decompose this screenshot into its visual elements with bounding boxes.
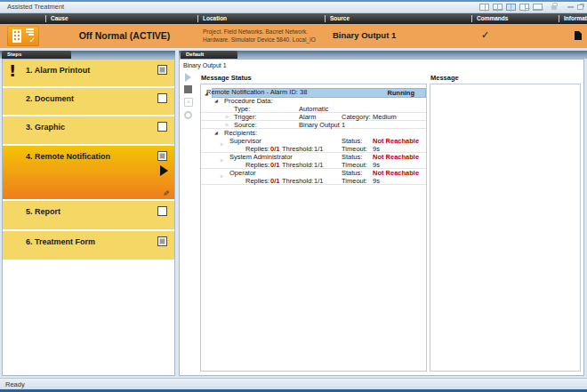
step-checkbox[interactable] bbox=[157, 236, 167, 246]
procedure-label: Procedure Data: bbox=[224, 97, 273, 105]
notification-toolbar: × bbox=[182, 72, 197, 124]
step-item-report[interactable]: 5. Report bbox=[3, 201, 174, 231]
collapse-icon[interactable]: ▹ bbox=[226, 113, 229, 121]
recipient-detail-row: Replies: 0/1 Threshold: 1/1 Timeout: 9s bbox=[201, 161, 426, 169]
recipient-row[interactable]: ▹ System Administrator Status: Not Reach… bbox=[201, 153, 426, 161]
replies-value: 0/1 bbox=[270, 161, 279, 169]
type-label: Type: bbox=[234, 105, 250, 113]
recipient-name: Supervisor bbox=[229, 137, 261, 145]
trigger-row[interactable]: ▹ Trigger: Alarm Category: Medium bbox=[201, 113, 426, 121]
step-label: 1. Alarm Printout bbox=[26, 66, 90, 75]
recipient-name: System Administrator bbox=[229, 153, 293, 161]
recipient-name: Operator bbox=[229, 169, 256, 177]
tree-root-row[interactable]: ◢ Remote Notification - Alarm ID: 38 Run… bbox=[201, 88, 426, 97]
status-bar: Ready bbox=[0, 378, 587, 389]
step-item-remote-notification-selected[interactable]: 4. Remote Notification ✎ bbox=[3, 146, 174, 201]
procedure-data-row[interactable]: ◢ Procedure Data: bbox=[201, 97, 426, 105]
category-label: Category: bbox=[342, 113, 371, 121]
step-checkbox[interactable] bbox=[157, 151, 167, 161]
title-bar: Assisted Treatment bbox=[0, 2, 587, 13]
step-item-graphic[interactable]: 3. Graphic bbox=[3, 116, 174, 146]
alarm-cause: Off Normal (ACTIVE) bbox=[53, 30, 196, 41]
start-button[interactable] bbox=[182, 73, 194, 84]
delete-button[interactable]: × bbox=[182, 98, 194, 108]
message-status-box: ◢ Remote Notification - Alarm ID: 38 Run… bbox=[200, 84, 427, 372]
layout-4-icon[interactable] bbox=[519, 4, 529, 11]
root-label: Remote Notification - Alarm ID: 38 bbox=[206, 88, 307, 96]
source-label: Source: bbox=[234, 121, 257, 129]
recipient-detail-row: Replies: 0/1 Threshold: 1/1 Timeout: 9s bbox=[201, 177, 426, 185]
timeout-label: Timeout: bbox=[342, 145, 367, 153]
status-value: Not Reachable bbox=[373, 153, 419, 161]
column-commands: Commands bbox=[477, 15, 508, 21]
expand-icon[interactable]: ◢ bbox=[214, 129, 218, 137]
recipient-detail-row: Replies: 0/1 Threshold: 1/1 Timeout: 9s bbox=[201, 145, 426, 153]
replies-value: 0/1 bbox=[270, 145, 279, 153]
restore-button[interactable] bbox=[577, 4, 583, 10]
step-label: 6. Treatment Form bbox=[26, 237, 95, 246]
layout-1-icon[interactable] bbox=[479, 4, 489, 11]
play-icon[interactable] bbox=[160, 165, 168, 176]
threshold-label: Threshold: bbox=[282, 161, 313, 169]
lock-icon[interactable] bbox=[551, 5, 557, 10]
window-title: Assisted Treatment bbox=[7, 3, 64, 11]
timeout-label: Timeout: bbox=[342, 177, 367, 185]
collapse-icon[interactable]: ▹ bbox=[226, 121, 229, 129]
expand-icon[interactable]: ◢ bbox=[214, 97, 218, 105]
step-checkbox[interactable] bbox=[157, 65, 167, 75]
information-document-icon[interactable] bbox=[575, 31, 582, 40]
timeout-label: Timeout: bbox=[342, 161, 367, 169]
step-item-treatment-form[interactable]: 6. Treatment Form bbox=[3, 231, 174, 261]
step-label: 3. Graphic bbox=[26, 123, 65, 132]
recipient-row[interactable]: ▹ Operator Status: Not Reachable bbox=[201, 169, 426, 177]
tab-strip-gap bbox=[175, 51, 179, 59]
status-label: Status: bbox=[342, 169, 362, 177]
recipients-row[interactable]: ◢ Recipients: bbox=[201, 129, 426, 137]
trigger-value: Alarm bbox=[299, 113, 317, 121]
category-value: Medium bbox=[373, 113, 397, 121]
step-label: 5. Report bbox=[26, 207, 60, 216]
timeout-value: 9s bbox=[373, 177, 380, 185]
step-item-document[interactable]: 2. Document bbox=[3, 88, 174, 116]
message-title: Message bbox=[430, 74, 459, 82]
source-value: Binary Output 1 bbox=[299, 121, 345, 129]
step-label: 4. Remote Notification bbox=[26, 152, 110, 161]
recipient-row[interactable]: ▹ Supervisor Status: Not Reachable bbox=[201, 137, 426, 145]
minimize-button[interactable] bbox=[567, 6, 574, 8]
message-box[interactable] bbox=[430, 84, 581, 372]
replies-label: Replies: bbox=[245, 145, 269, 153]
step-item-alarm-printout[interactable]: ! 1. Alarm Printout bbox=[3, 60, 174, 88]
layout-3-icon-selected[interactable] bbox=[506, 4, 516, 11]
column-information: Information bbox=[564, 15, 587, 21]
column-location: Location bbox=[203, 15, 227, 21]
step-checkbox[interactable] bbox=[157, 122, 167, 132]
alarm-location: Project. Field Networks. Bacnet Network.… bbox=[203, 28, 316, 44]
column-cause: Cause bbox=[51, 15, 68, 21]
pencil-icon[interactable]: ✎ bbox=[163, 189, 170, 198]
status-text: Ready bbox=[5, 380, 25, 388]
threshold-label: Threshold: bbox=[282, 145, 313, 153]
alarm-row[interactable]: ✓ Off Normal (ACTIVE) Project. Field Net… bbox=[0, 24, 587, 48]
check-badge-icon: ✓ bbox=[28, 36, 36, 44]
alarm-source-icon: ✓ bbox=[7, 26, 39, 46]
tab-steps[interactable]: Steps bbox=[2, 51, 71, 59]
tab-default[interactable]: Default bbox=[181, 51, 237, 59]
type-row[interactable]: Type: Automatic bbox=[201, 105, 426, 113]
source-row[interactable]: ▹ Source: Binary Output 1 bbox=[201, 121, 426, 129]
exclamation-icon: ! bbox=[9, 61, 16, 80]
main-area: ! 1. Alarm Printout 2. Document 3. Graph… bbox=[0, 59, 587, 378]
threshold-value: 1/1 bbox=[314, 161, 323, 169]
record-button[interactable] bbox=[182, 111, 194, 122]
step-checkbox[interactable] bbox=[157, 206, 167, 216]
status-label: Status: bbox=[342, 137, 362, 145]
threshold-value: 1/1 bbox=[314, 145, 323, 153]
notification-tree: ◢ Remote Notification - Alarm ID: 38 Run… bbox=[201, 88, 426, 185]
tab-strip: Steps Default bbox=[0, 51, 587, 59]
command-check-icon[interactable]: ✓ bbox=[481, 29, 489, 41]
layout-5-icon[interactable] bbox=[533, 4, 543, 11]
detail-source-label: Binary Output 1 bbox=[183, 62, 227, 68]
stop-button[interactable] bbox=[182, 85, 194, 96]
step-checkbox[interactable] bbox=[157, 93, 167, 103]
layout-2-icon[interactable] bbox=[493, 4, 503, 11]
building-icon bbox=[12, 29, 21, 43]
